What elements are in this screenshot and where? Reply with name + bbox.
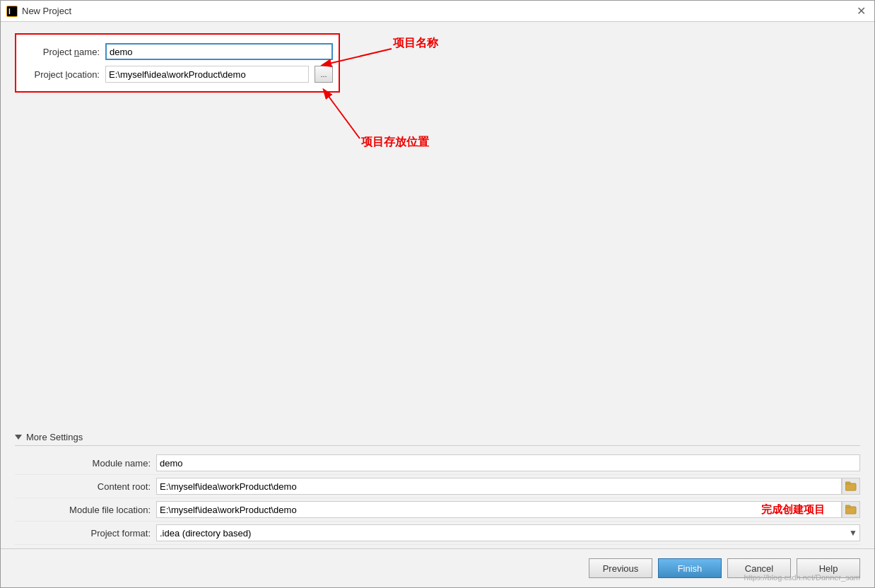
more-settings-header: More Settings — [15, 432, 860, 446]
project-name-annotation: 项目名称 — [392, 37, 439, 49]
project-format-select[interactable]: .idea (directory based) — [156, 524, 860, 541]
project-format-label: Project format: — [15, 528, 156, 539]
settings-form: Module name: Content root: — [15, 452, 860, 545]
finish-button[interactable]: Finish — [658, 558, 722, 578]
title-bar: I New Project ✕ — [1, 1, 874, 22]
content-root-browse-button[interactable] — [842, 478, 860, 495]
module-name-row: Module name: — [15, 452, 860, 475]
app-icon: I — [6, 6, 18, 17]
main-content: Project name: Project location: ... 项目名称 — [1, 22, 874, 587]
svg-text:I: I — [8, 8, 11, 16]
module-file-location-input[interactable] — [156, 501, 842, 518]
svg-rect-7 — [845, 505, 850, 507]
project-name-row: Project name: — [16, 40, 339, 63]
title-bar-left: I New Project — [6, 6, 71, 17]
browse-button[interactable]: ... — [315, 66, 333, 83]
module-name-input[interactable] — [156, 454, 860, 471]
previous-button[interactable]: Previous — [589, 558, 652, 578]
module-file-location-row: Module file location: 完成创建项目 — [15, 498, 860, 522]
project-location-input[interactable] — [105, 66, 309, 83]
content-root-input-group — [156, 478, 860, 495]
main-window: I New Project ✕ Project name: — [0, 0, 875, 588]
project-name-input[interactable] — [105, 43, 333, 60]
content-root-input[interactable] — [156, 478, 842, 495]
content-root-label: Content root: — [15, 481, 156, 492]
content-root-row: Content root: — [15, 475, 860, 498]
more-settings-label: More Settings — [26, 432, 83, 442]
watermark: https://blog.csdn.net/Danner_sam — [744, 573, 860, 582]
finish-annotation: 完成创建项目 — [761, 503, 825, 517]
module-file-location-input-group — [156, 501, 860, 518]
bottom-bar: Previous Finish Cancel Help https://blog… — [1, 548, 874, 587]
project-format-select-wrapper: .idea (directory based) ▼ — [156, 524, 860, 541]
module-name-label: Module name: — [15, 458, 156, 469]
project-location-row: Project location: ... — [16, 63, 339, 86]
module-file-location-label: Module file location: — [15, 505, 156, 515]
arrow-to-location — [326, 93, 360, 139]
project-format-row: Project format: .idea (directory based) … — [15, 522, 860, 545]
more-settings-section: More Settings Module name: Content root: — [15, 432, 860, 545]
svg-rect-5 — [845, 482, 850, 484]
module-file-browse-button[interactable] — [842, 501, 860, 518]
project-form: Project name: Project location: ... — [15, 33, 340, 93]
collapse-icon[interactable] — [15, 435, 22, 440]
project-location-label: Project location: — [22, 69, 100, 80]
project-name-label: Project name: — [22, 47, 100, 57]
project-location-annotation: 项目存放位置 — [360, 136, 430, 148]
window-title: New Project — [22, 6, 71, 16]
close-button[interactable]: ✕ — [854, 4, 869, 18]
